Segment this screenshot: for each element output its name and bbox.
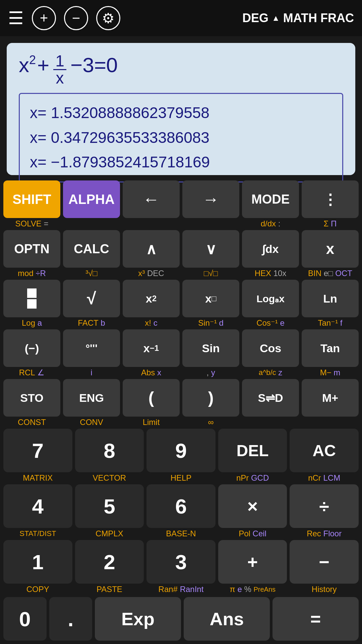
zoom-in-button[interactable]: + [32, 6, 56, 30]
zoom-out-button[interactable]: − [64, 6, 88, 30]
right-arrow-button[interactable]: → [182, 180, 239, 218]
mplus-button[interactable]: M+ [302, 379, 359, 417]
settings-button[interactable]: ⚙ [96, 6, 120, 30]
sub-mode: d/dx : [242, 219, 299, 229]
8-button[interactable]: 8 [75, 429, 144, 472]
row2: OPTN CALC ∧ ∨ ∫dx x [3, 230, 359, 268]
neg-button[interactable]: (−) [3, 329, 60, 367]
row2-sublabels: mod ÷R ³√□ x³ DEC □√□ HEX 10x BIN e□ OCT [3, 268, 359, 279]
minus-button[interactable]: − [290, 540, 359, 584]
rparen-button[interactable]: ) [182, 379, 239, 417]
sqrt-button[interactable]: √ [63, 280, 120, 317]
tan-button[interactable]: Tan [302, 329, 359, 367]
sub-plus: π e % PreAns [218, 584, 287, 594]
more-button[interactable]: ⋮ [302, 180, 359, 218]
ac-button[interactable]: AC [290, 429, 359, 472]
sub-int: HEX 10x [242, 268, 299, 278]
frac-label: FRAC [320, 11, 354, 25]
sub-alpha [63, 219, 120, 229]
fraction-term: 1 x [53, 53, 66, 86]
row5-sublabels: CONST CONV Limit ∞ [3, 417, 359, 428]
divide-button[interactable]: ÷ [290, 484, 359, 528]
left-arrow-button[interactable]: ← [123, 180, 180, 218]
degree-button[interactable]: °''' [63, 329, 120, 367]
xpow-button[interactable]: x□ [182, 280, 239, 317]
cos-button[interactable]: Cos [242, 329, 299, 367]
row6: 7 8 9 DEL AC [3, 429, 359, 472]
sub-8: VECTOR [75, 473, 144, 483]
3-button[interactable]: 3 [146, 540, 216, 584]
9-button[interactable]: 9 [146, 429, 216, 472]
x-button[interactable]: x [302, 230, 359, 268]
row4-sublabels: RCL ∠ i Abs x , y a^b/c z M− m [3, 367, 359, 378]
shift-button[interactable]: SHIFT [3, 180, 60, 218]
minus-icon: − [72, 10, 80, 26]
sub-mplus [302, 417, 359, 427]
multiply-button[interactable]: × [218, 484, 287, 528]
6-button[interactable]: 6 [146, 484, 216, 528]
sub-1: COPY [3, 584, 72, 594]
sub-ln: Tan⁻¹ f [302, 318, 359, 328]
x2-button[interactable]: x2 [123, 280, 180, 317]
row9: 0 . Exp Ans = [3, 597, 359, 641]
row3-wrapper: √ x2 x□ Logₐx Ln Log a FACT b x! c Sin⁻¹… [3, 280, 359, 329]
calc-button[interactable]: CALC [63, 230, 120, 268]
results-box: x= 1.53208888862379558 x= 0.347296355333… [19, 93, 343, 182]
sub-up: x³ DEC [123, 268, 180, 278]
alpha-button[interactable]: ALPHA [63, 180, 120, 218]
4-button[interactable]: 4 [3, 484, 72, 528]
sub-sto: CONST [3, 417, 60, 427]
del-button[interactable]: DEL [218, 429, 287, 472]
up-button[interactable]: ∧ [123, 230, 180, 268]
row6-wrapper: 7 8 9 DEL AC MATRIX VECTOR HELP nPr GCD … [3, 429, 359, 484]
sub-sd [242, 417, 299, 427]
sub-x: BIN e□ OCT [302, 268, 359, 278]
sub-xinv: Abs x [123, 368, 180, 378]
gear-icon: ⚙ [102, 10, 115, 26]
optn-button[interactable]: OPTN [3, 230, 60, 268]
sub-cos: a^b/c z [242, 368, 299, 378]
sub-deg: i [63, 368, 120, 378]
dot-button[interactable]: . [49, 597, 93, 641]
ln-button[interactable]: Ln [302, 280, 359, 317]
row8-sublabels: COPY PASTE Ran# RanInt π e % PreAns Hist… [3, 584, 359, 595]
sin-button[interactable]: Sin [182, 329, 239, 367]
sub-more: Σ Π [302, 219, 359, 229]
sub-right [182, 219, 239, 229]
plus-button[interactable]: + [218, 540, 287, 584]
2-button[interactable]: 2 [75, 540, 144, 584]
log-button[interactable] [3, 280, 60, 317]
row1: SHIFT ALPHA ← → MODE ⋮ [3, 180, 359, 218]
1-button[interactable]: 1 [3, 540, 72, 584]
0-button[interactable]: 0 [3, 597, 47, 641]
down-button[interactable]: ∨ [182, 230, 239, 268]
logax-button[interactable]: Logₐx [242, 280, 299, 317]
exp-button[interactable]: Exp [95, 597, 181, 641]
sub-div: Rec Floor [290, 529, 359, 539]
sub-rparen: ∞ [182, 417, 239, 427]
mode-indicator: DEG ▲ MATH FRAC [242, 11, 354, 25]
mode-button[interactable]: MODE [242, 180, 299, 218]
x2-term: x2 [19, 53, 36, 77]
row4-wrapper: (−) °''' x−1 Sin Cos Tan RCL ∠ i Abs x ,… [3, 329, 359, 378]
row5-wrapper: STO ENG ( ) S⇌D M+ CONST CONV Limit ∞ [3, 379, 359, 428]
xinv-button[interactable]: x−1 [123, 329, 180, 367]
menu-icon[interactable]: ☰ [8, 8, 24, 28]
5-button[interactable]: 5 [75, 484, 144, 528]
sub-down: □√□ [182, 268, 239, 278]
equals-button[interactable]: = [273, 597, 359, 641]
lparen-button[interactable]: ( [123, 379, 180, 417]
integral-button[interactable]: ∫dx [242, 230, 299, 268]
sub-ac: nCr LCM [290, 473, 359, 483]
sd-button[interactable]: S⇌D [242, 379, 299, 417]
ans-button[interactable]: Ans [184, 597, 270, 641]
7-button[interactable]: 7 [3, 429, 72, 472]
row5: STO ENG ( ) S⇌D M+ [3, 379, 359, 417]
sto-button[interactable]: STO [3, 379, 60, 417]
triangle-icon: ▲ [272, 13, 280, 23]
sub-minus: History [290, 584, 359, 594]
eng-button[interactable]: ENG [63, 379, 120, 417]
math-label: MATH [283, 11, 317, 25]
row8-wrapper: 1 2 3 + − COPY PASTE Ran# RanInt π e % P… [3, 540, 359, 595]
row7-wrapper: 4 5 6 × ÷ STAT/DIST CMPLX BASE-N Pol Cei… [3, 484, 359, 539]
